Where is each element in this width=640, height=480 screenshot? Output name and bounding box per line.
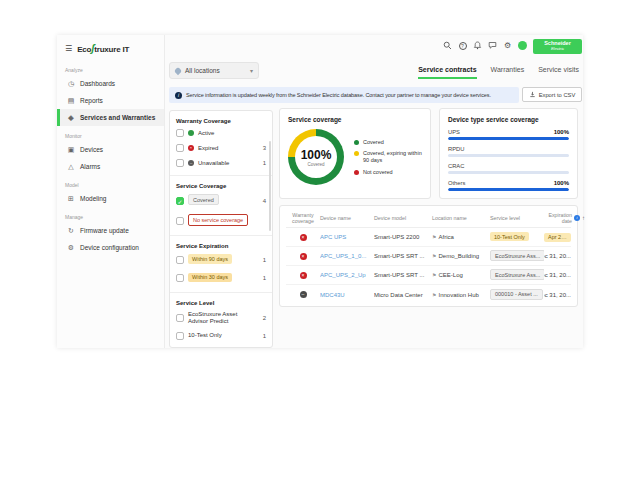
legend-dot-green	[354, 140, 359, 145]
table-row[interactable]: × APC UPS Smart-UPS 2200 ⚑Africa 10-Test…	[286, 228, 571, 247]
user-avatar[interactable]	[518, 41, 527, 50]
sidebar: ☰ Ecoʃtruxure IT Analyze ◷ Dashboards ▤ …	[57, 35, 165, 348]
sidebar-item-alarms[interactable]: △ Alarms	[57, 158, 164, 175]
service-coverage-panel: Service coverage 100% Covered Covered	[279, 108, 431, 199]
checkbox-expired[interactable]	[176, 144, 184, 152]
modeling-icon: ⊞	[67, 195, 75, 203]
checkbox-active[interactable]	[176, 129, 184, 137]
filter-option-asset-preventive[interactable]: 000010 - Asset Preventive (E&P-TR) 1	[176, 347, 266, 348]
filter-option-label: 000010 - Asset Preventive (E&P-TR)	[188, 347, 259, 348]
checkbox-covered-checked[interactable]: ✓	[176, 197, 184, 205]
filter-option-no-service-coverage[interactable]: No service coverage	[176, 214, 266, 227]
within-30-days-badge: Within 30 days	[188, 273, 232, 282]
settings-gear-icon[interactable]: ⚙	[503, 41, 512, 50]
filter-panel-scrollbar[interactable]	[269, 141, 271, 231]
expiration-info-icon[interactable]: i	[574, 215, 580, 221]
filter-option-unavailable[interactable]: – Unavailable 1	[176, 159, 266, 167]
table-row[interactable]: × APC_UPS_2_Up Smart-UPS SRT ... ⚑CEE-Lo…	[286, 266, 571, 285]
legend-item-not-covered: Not covered	[354, 169, 422, 176]
within-90-days-badge: Within 90 days	[188, 254, 232, 263]
logo-text-eco: Eco	[77, 45, 91, 54]
sidebar-item-device-configuration[interactable]: ⚙ Device configuration	[57, 239, 164, 256]
service-level-badge: 000010 - Asset ...	[490, 289, 543, 300]
sidebar-item-reports[interactable]: ▤ Reports	[57, 92, 164, 109]
location-name: Africa	[438, 234, 453, 240]
sidebar-item-label: Services and Warranties	[80, 114, 155, 121]
export-to-csv-button[interactable]: Export to CSV	[522, 87, 582, 102]
col-device-model: Device model	[374, 215, 432, 221]
filter-option-label: Expired	[198, 145, 259, 152]
checkbox-within-30-days[interactable]	[176, 274, 184, 282]
checkbox-no-service-coverage[interactable]	[176, 217, 184, 225]
device-model-cell: Smart-UPS SRT ...	[374, 272, 432, 278]
device-model-cell: Smart-UPS SRT ...	[374, 253, 432, 259]
filter-option-within-90-days[interactable]: Within 90 days 1	[176, 254, 266, 265]
checkbox-10-test-only[interactable]	[176, 332, 184, 340]
expiration-cell: Dec 31, 20...	[544, 272, 571, 278]
sidebar-item-firmware-update[interactable]: ↻ Firmware update	[57, 222, 164, 239]
device-name-link[interactable]: MDC43U	[320, 292, 374, 298]
sidebar-item-dashboards[interactable]: ◷ Dashboards	[57, 75, 164, 92]
filter-option-active[interactable]: Active	[176, 129, 266, 137]
sidebar-item-label: Dashboards	[80, 80, 115, 87]
bar-value: 100%	[554, 129, 569, 135]
warranty-expired-icon: ×	[300, 234, 307, 241]
location-flag-icon: ⚑	[432, 272, 436, 278]
notifications-bell-icon[interactable]	[473, 41, 482, 50]
sidebar-section-analyze: Analyze	[65, 67, 164, 73]
table-row[interactable]: × APC_UPS_1_0... Smart-UPS SRT ... ⚑Demo…	[286, 247, 571, 266]
sidebar-item-modeling[interactable]: ⊞ Modeling	[57, 190, 164, 207]
checkbox-within-90-days[interactable]	[176, 256, 184, 264]
sidebar-item-label: Reports	[80, 97, 103, 104]
filter-option-10-test-only[interactable]: 10-Test Only 1	[176, 332, 266, 340]
legend-item-expiring: Covered, expiring within 90 days	[354, 150, 422, 163]
sort-ascending-icon[interactable]: ↑	[582, 215, 585, 222]
filter-option-asset-advisor-predict[interactable]: EcoStruxure Asset Advisor Predict 2	[176, 311, 266, 325]
bar-label: RPDU	[448, 146, 464, 152]
divider	[170, 292, 272, 293]
legend-dot-yellow	[354, 151, 359, 156]
services-icon: ◈	[67, 114, 75, 122]
bar-label: UPS	[448, 129, 460, 135]
tab-service-visits[interactable]: Service visits	[538, 66, 579, 79]
device-name-link[interactable]: APC UPS	[320, 234, 374, 240]
location-selector[interactable]: All locations ▾	[169, 62, 259, 79]
app-window: ☰ Ecoʃtruxure IT Analyze ◷ Dashboards ▤ …	[57, 35, 583, 348]
sidebar-item-services-and-warranties[interactable]: ◈ Services and Warranties	[57, 109, 164, 126]
sidebar-item-devices[interactable]: ▣ Devices	[57, 141, 164, 158]
feedback-icon[interactable]	[488, 41, 497, 50]
dashboards-icon: ◷	[67, 80, 75, 88]
menu-icon[interactable]: ☰	[65, 44, 72, 53]
checkbox-unavailable[interactable]	[176, 159, 184, 167]
help-icon[interactable]: ?	[458, 41, 467, 50]
sidebar-section-manage: Manage	[65, 214, 164, 220]
main-content: ? ⚙ Schneider Electric All locations ▾ S…	[165, 35, 583, 348]
coverage-donut-chart: 100% Covered	[288, 129, 344, 185]
checkbox-asset-advisor-predict[interactable]	[176, 314, 184, 322]
filter-option-label: EcoStruxure Asset Advisor Predict	[188, 311, 259, 325]
filter-title-service-expiration: Service Expiration	[176, 243, 266, 249]
col-device-name: Device name	[320, 215, 374, 221]
table-row[interactable]: – MDC43U Micro Data Center ⚑Innovation H…	[286, 285, 571, 304]
location-cell: ⚑Africa	[432, 234, 490, 240]
tab-warranties[interactable]: Warranties	[491, 66, 525, 79]
reports-icon: ▤	[67, 97, 75, 105]
col-expiration-label: Expiration date	[544, 212, 572, 224]
filter-option-expired[interactable]: × Expired 3	[176, 144, 266, 152]
filter-option-covered[interactable]: ✓ Covered 4	[176, 194, 266, 207]
device-name-link[interactable]: APC_UPS_1_0...	[320, 253, 374, 259]
active-status-icon	[188, 130, 194, 136]
app-logo: Ecoʃtruxure IT	[77, 43, 129, 54]
legend-label: Not covered	[363, 169, 393, 176]
filter-option-within-30-days[interactable]: Within 30 days 1	[176, 273, 266, 284]
sidebar-item-label: Firmware update	[80, 227, 129, 234]
warranty-expired-icon: ×	[300, 253, 307, 260]
schneider-electric-logo[interactable]: Schneider Electric	[533, 39, 582, 54]
search-icon[interactable]	[443, 41, 452, 50]
device-name-link[interactable]: APC_UPS_2_Up	[320, 272, 374, 278]
location-name: Innovation Hub	[438, 292, 478, 298]
sidebar-section-model: Model	[65, 182, 164, 188]
device-type-coverage-panel: Device type service coverage UPS 100% RP…	[439, 108, 578, 199]
tab-service-contracts[interactable]: Service contracts	[418, 66, 476, 79]
col-location-name: Location name	[432, 215, 490, 221]
